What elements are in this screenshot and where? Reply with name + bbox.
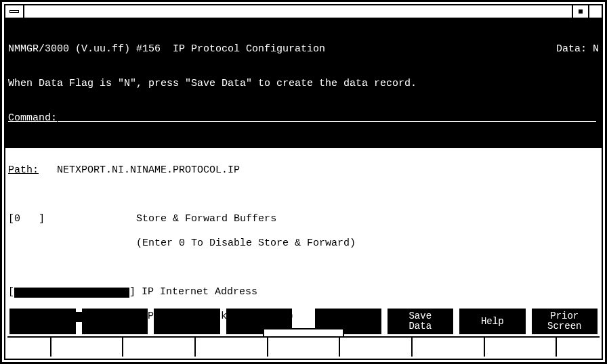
data-flag: Data: N (556, 43, 599, 55)
minimize-icon[interactable] (572, 5, 588, 18)
ip-address-input[interactable] (14, 288, 129, 298)
titlebar (5, 5, 602, 19)
status-cell-4 (196, 338, 268, 357)
buffers-label: Store & Forward Buffers (136, 213, 276, 225)
status-row (7, 336, 600, 357)
screen-title: NMMGR/3000 (V.uu.ff) #156 IP Protocol Co… (8, 43, 325, 55)
command-label: Command: (8, 112, 57, 124)
f7-help-button[interactable]: Help (459, 309, 526, 334)
buffers-input[interactable]: 0 (14, 213, 39, 225)
window-frame: NMMGR/3000 (V.uu.ff) #156 IP Protocol Co… (0, 0, 607, 364)
status-cell-2 (51, 338, 124, 357)
command-input[interactable] (58, 112, 596, 122)
ip-address-label: IP Internet Address (142, 286, 257, 298)
f6-save-data-button[interactable]: Save Data (388, 309, 454, 334)
f1-button[interactable] (9, 309, 76, 334)
path-label: Path: (8, 164, 39, 176)
status-cell-9 (557, 338, 600, 357)
f8-prior-screen-button[interactable]: Prior Screen (532, 309, 598, 334)
buffers-hint: (Enter 0 To Disable Store & Forward) (136, 237, 356, 249)
status-cell-6 (340, 338, 413, 357)
status-cell-3 (123, 338, 196, 357)
header-hint: When Data Flag is "N", press "Save Data"… (8, 78, 599, 89)
status-cell-7 (413, 338, 485, 357)
header-band: NMMGR/3000 (V.uu.ff) #156 IP Protocol Co… (5, 19, 602, 148)
status-cell-8 (485, 338, 558, 357)
maximize-icon[interactable] (588, 5, 602, 18)
status-cell-1 (7, 338, 51, 357)
system-menu-icon[interactable] (5, 5, 24, 18)
status-cell-5 (268, 338, 341, 357)
f3-button[interactable] (154, 309, 220, 334)
f2-button[interactable] (82, 309, 148, 334)
path-value: NETXPORT.NI.NINAME.PROTOCOL.IP (57, 164, 240, 176)
status-center-box (263, 328, 344, 336)
